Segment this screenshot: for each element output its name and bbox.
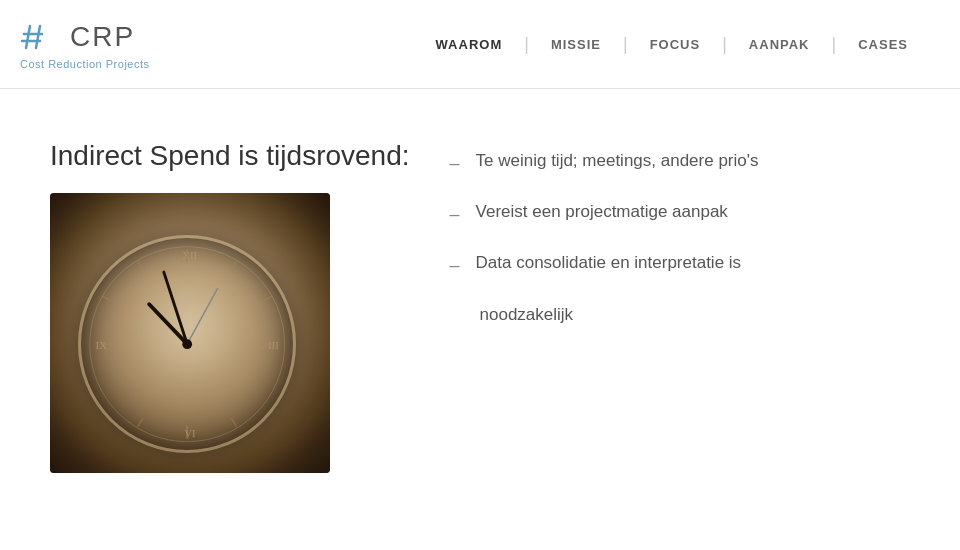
bullet-text-3: Data consolidatie en interpretatie is [476,251,742,275]
left-section: Indirect Spend is tijdsrovend: XII III V… [50,139,410,473]
bullet-item-1: – Te weinig tijd; meetings, andere prio'… [450,149,920,176]
svg-line-20 [232,418,237,426]
svg-line-1 [36,26,40,48]
clock-image: XII III VI IX [50,193,330,473]
nav-item-focus[interactable]: FOCUS [628,37,723,52]
svg-line-0 [26,26,30,48]
svg-line-15 [187,288,217,344]
header: CRP Cost Reduction Projects WAAROM | MIS… [0,0,960,89]
right-section: – Te weinig tijd; meetings, andere prio'… [450,139,920,326]
bullet-dash-1: – [450,151,460,176]
bullet-item-3: – Data consolidatie en interpretatie is [450,251,920,278]
main-content: Indirect Spend is tijdsrovend: XII III V… [0,89,960,503]
nav-item-missie[interactable]: MISSIE [529,37,623,52]
clock-rim: XII III VI IX [78,235,296,453]
svg-line-18 [232,261,237,269]
clock-svg: XII III VI IX [81,238,293,450]
svg-line-19 [264,296,272,301]
logo-text: CRP [70,21,135,53]
logo-top: CRP [20,18,135,56]
bullet-dash-2: – [450,202,460,227]
logo-icon [20,18,64,56]
bullet-item-2: – Vereist een projectmatige aanpak [450,200,920,227]
svg-line-23 [138,418,143,426]
logo-subtitle: Cost Reduction Projects [20,58,150,70]
svg-text:XII: XII [182,249,197,261]
bullet-item-4: noodzakelijk [450,303,920,327]
svg-line-22 [102,296,110,301]
nav-item-cases[interactable]: CASES [836,37,930,52]
logo-area: CRP Cost Reduction Projects [20,18,220,70]
bullet-text-2: Vereist een projectmatige aanpak [476,200,728,224]
bullet-text-1: Te weinig tijd; meetings, andere prio's [476,149,759,173]
page-title: Indirect Spend is tijdsrovend: [50,139,410,173]
svg-point-16 [182,339,192,349]
nav-item-aanpak[interactable]: AANPAK [727,37,832,52]
bullet-dash-3: – [450,253,460,278]
svg-text:VI: VI [184,426,196,438]
nav-item-waarom[interactable]: WAAROM [414,37,525,52]
svg-line-21 [138,261,143,269]
main-nav: WAAROM | MISSIE | FOCUS | AANPAK | CASES [414,34,930,55]
bullet-text-4: noodzakelijk [450,303,574,327]
